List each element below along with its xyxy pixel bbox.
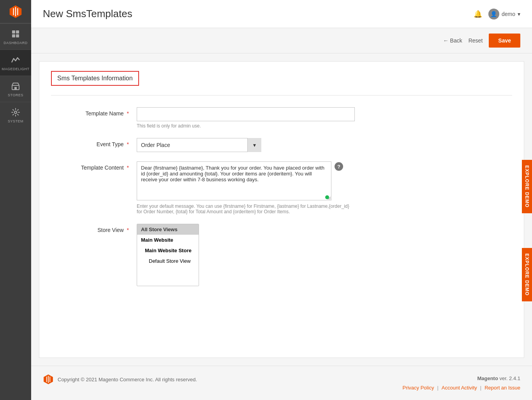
section-header: Sms Templates Information xyxy=(51,71,139,86)
store-view-option-all: All Store Views xyxy=(137,224,199,235)
svg-rect-1 xyxy=(16,30,19,34)
sidebar-item-dashboard[interactable]: DASHBOARD xyxy=(0,23,31,50)
explore-demo-tab-2[interactable]: EXPLORE DEMO xyxy=(522,248,532,301)
store-view-option-default: Default Store View xyxy=(137,256,199,266)
required-indicator: * xyxy=(127,141,129,147)
sidebar-item-label: MAGEDELIGHT xyxy=(2,67,30,71)
event-type-field: Order Place Order Shipped Order Cancelle… xyxy=(137,138,355,152)
template-name-label: Template Name * xyxy=(51,107,137,117)
account-activity-link[interactable]: Account Activity xyxy=(442,383,477,392)
sidebar-logo[interactable] xyxy=(0,0,31,23)
template-content-row: Template Content * Dear {firstname} {las… xyxy=(51,161,512,214)
sidebar-item-label: DASHBOARD xyxy=(4,41,28,45)
back-button[interactable]: ← Back xyxy=(443,37,462,44)
template-content-field: Dear {firstname} {lastname}, Thank you f… xyxy=(137,161,355,214)
bell-icon[interactable]: 🔔 xyxy=(474,10,482,18)
template-content-label: Template Content * xyxy=(51,161,137,171)
header-right: 🔔 👤 demo ▾ xyxy=(474,9,520,19)
footer-copyright: Copyright © 2021 Magento Commerce Inc. A… xyxy=(58,377,197,382)
store-view-label: Store View * xyxy=(51,224,137,233)
sidebar-item-magedelight[interactable]: MAGEDELIGHT xyxy=(0,50,31,76)
required-indicator: * xyxy=(127,227,129,233)
store-view-row: Store View * All Store Views Main Websit… xyxy=(51,224,512,286)
sidebar-item-stores[interactable]: STORES xyxy=(0,76,31,102)
textarea-wrapper: Dear {firstname} {lastname}, Thank you f… xyxy=(137,161,355,202)
sidebar-item-label: SYSTEM xyxy=(8,119,23,123)
template-name-note: This field is only for admin use. xyxy=(137,123,355,129)
sidebar: DASHBOARD MAGEDELIGHT STORES SYSTEM xyxy=(0,0,31,400)
status-dot xyxy=(325,195,329,199)
svg-point-6 xyxy=(14,111,17,113)
event-type-select-wrapper: Order Place Order Shipped Order Cancelle… xyxy=(137,138,261,152)
main-content: New SmsTemplates 🔔 👤 demo ▾ ← Back Reset… xyxy=(31,0,532,400)
content-area: Sms Templates Information Template Name … xyxy=(39,61,524,358)
action-bar: ← Back Reset Save xyxy=(31,28,532,53)
store-view-option-main-website: Main Website xyxy=(137,235,199,245)
user-menu[interactable]: 👤 demo ▾ xyxy=(488,9,520,19)
explore-demo-tab-1[interactable]: EXPLORE DEMO xyxy=(522,160,532,213)
event-type-select[interactable]: Order Place Order Shipped Order Cancelle… xyxy=(137,138,261,152)
required-indicator: * xyxy=(127,110,129,117)
template-name-input[interactable] xyxy=(137,107,355,121)
dashboard-icon xyxy=(10,28,21,39)
svg-rect-3 xyxy=(16,34,19,37)
svg-rect-2 xyxy=(12,34,15,37)
sidebar-item-label: STORES xyxy=(8,93,23,97)
footer-version: Magento ver. 2.4.1 xyxy=(402,374,520,383)
page-title: New SmsTemplates xyxy=(43,8,132,20)
section-title: Sms Templates Information xyxy=(57,75,133,81)
user-name: demo xyxy=(502,11,515,17)
template-name-field: This field is only for admin use. xyxy=(137,107,355,129)
magedelight-icon xyxy=(10,55,21,65)
magento-logo-icon xyxy=(9,5,23,19)
store-view-select[interactable]: All Store Views Main Website Main Websit… xyxy=(137,224,199,286)
template-content-textarea[interactable]: Dear {firstname} {lastname}, Thank you f… xyxy=(137,161,331,200)
help-icon[interactable]: ? xyxy=(335,162,343,171)
footer-left: Copyright © 2021 Magento Commerce Inc. A… xyxy=(43,374,197,385)
required-indicator: * xyxy=(127,165,129,171)
footer-links: Privacy Policy | Account Activity | Repo… xyxy=(402,383,520,392)
avatar: 👤 xyxy=(488,9,499,19)
store-view-field: All Store Views Main Website Main Websit… xyxy=(137,224,355,286)
sms-template-form: Template Name * This field is only for a… xyxy=(51,107,512,286)
system-icon xyxy=(10,107,21,118)
sidebar-item-system[interactable]: SYSTEM xyxy=(0,102,31,128)
section-divider xyxy=(51,95,512,96)
footer-right: Magento ver. 2.4.1 Privacy Policy | Acco… xyxy=(402,374,520,392)
event-type-row: Event Type * Order Place Order Shipped O… xyxy=(51,138,512,152)
event-type-label: Event Type * xyxy=(51,138,137,147)
template-content-note: Enter your default message. You can use … xyxy=(137,204,355,214)
footer-logo-icon xyxy=(43,374,54,385)
svg-rect-0 xyxy=(12,30,15,34)
save-button[interactable]: Save xyxy=(489,34,520,48)
textarea-container: Dear {firstname} {lastname}, Thank you f… xyxy=(137,161,331,202)
privacy-policy-link[interactable]: Privacy Policy xyxy=(402,383,434,392)
footer: Copyright © 2021 Magento Commerce Inc. A… xyxy=(31,366,532,400)
stores-icon xyxy=(10,81,21,92)
reset-button[interactable]: Reset xyxy=(469,37,483,44)
template-name-row: Template Name * This field is only for a… xyxy=(51,107,512,129)
svg-rect-5 xyxy=(14,87,17,90)
page-header: New SmsTemplates 🔔 👤 demo ▾ xyxy=(31,0,532,28)
store-view-option-main-website-store: Main Website Store xyxy=(137,245,199,256)
chevron-down-icon: ▾ xyxy=(518,11,520,17)
report-issue-link[interactable]: Report an Issue xyxy=(484,383,520,392)
